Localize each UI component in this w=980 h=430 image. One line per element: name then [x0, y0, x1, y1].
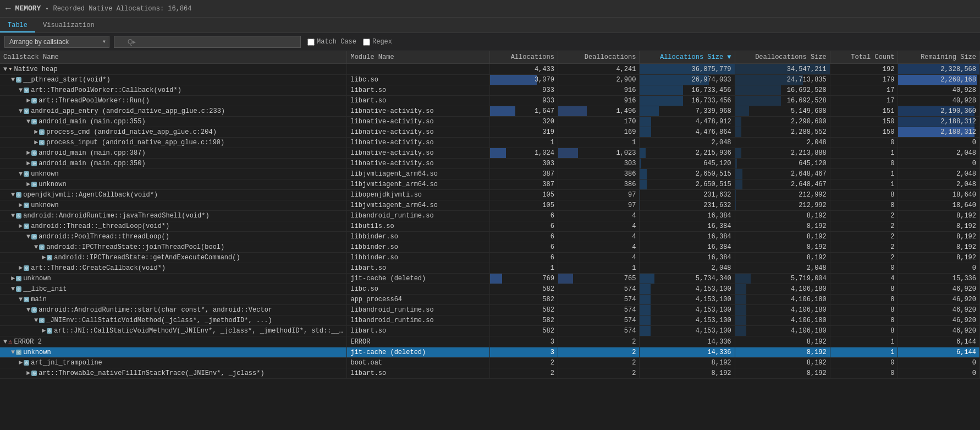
table-row[interactable]: ►◎process_input (android_native_app_glue…: [0, 138, 980, 148]
collapse-toggle[interactable]: ▼: [11, 212, 15, 220]
expand-toggle[interactable]: ►: [26, 369, 30, 377]
table-row[interactable]: ►◎art::JNI::CallStaticVoidMethodV(_JNIEn…: [0, 326, 980, 336]
dealloc-value: 4,241: [558, 64, 639, 75]
collapse-toggle[interactable]: ▼: [3, 66, 7, 73]
expand-toggle[interactable]: ►: [34, 139, 38, 146]
fn-icon: ◎: [16, 276, 21, 281]
collapse-toggle[interactable]: ▼: [11, 285, 15, 293]
module-name: libnative-activity.so: [347, 148, 490, 159]
col-header-deallocsize[interactable]: Deallocations Size: [735, 51, 830, 64]
collapse-toggle[interactable]: ▼: [11, 349, 15, 356]
table-row[interactable]: ▼◎android::AndroidRuntime::javaThreadShe…: [0, 211, 980, 221]
expand-toggle[interactable]: ►: [19, 202, 23, 209]
callstack-name: __pthread_start(void*): [23, 76, 110, 84]
table-row[interactable]: ►◎unknownjit-cache (deleted)7697655,734,…: [0, 274, 980, 284]
table-row[interactable]: ►◎android::IPCThreadState::getAndExecute…: [0, 253, 980, 263]
tab-table[interactable]: Table: [0, 18, 35, 32]
table-row[interactable]: ▼◎_JNIEnv::CallStaticVoidMethod(_jclass*…: [0, 315, 980, 326]
collapse-toggle[interactable]: ▼: [11, 191, 15, 199]
search-input[interactable]: [114, 36, 301, 48]
table-row[interactable]: ▼◎unknownlibjvmtiagent_arm64.so3873862,6…: [0, 169, 980, 179]
collapse-toggle[interactable]: ▼: [34, 243, 38, 251]
col-header-totalcount[interactable]: Total Count: [830, 51, 898, 64]
remaining-value: 2,328,568: [898, 64, 980, 75]
collapse-toggle[interactable]: ▼: [19, 107, 23, 115]
alloc-value: 320: [490, 117, 558, 127]
collapse-toggle[interactable]: ▼: [3, 338, 7, 346]
table-row[interactable]: ▼◎openjdkjvmti::AgentCallback(void*)libo…: [0, 190, 980, 200]
expand-toggle[interactable]: ►: [26, 149, 30, 157]
totalcount-value: 150: [830, 127, 898, 138]
expand-toggle[interactable]: ►: [42, 327, 46, 335]
collapse-toggle[interactable]: ▼: [34, 317, 38, 324]
alloc-value: 933: [490, 96, 558, 106]
table-row[interactable]: ►◎art::Thread::CreateCallback(void*)liba…: [0, 263, 980, 274]
table-row[interactable]: ▼◎android::AndroidRuntime::start(char co…: [0, 305, 980, 315]
col-header-callstack[interactable]: Callstack Name: [0, 51, 347, 64]
expand-toggle[interactable]: ►: [42, 254, 46, 262]
expand-toggle[interactable]: ►: [11, 275, 15, 282]
callstack-name: art::Throwable_nativeFillInStackTrace(_J…: [38, 369, 264, 377]
table-row[interactable]: ▼◎art::ThreadPoolWorker::Callback(void*)…: [0, 85, 980, 96]
collapse-toggle[interactable]: ▼: [26, 233, 30, 241]
table-row[interactable]: ►◎art_jni_trampolineboot.oat228,1928,192…: [0, 358, 980, 368]
collapse-toggle[interactable]: ▼: [19, 296, 23, 303]
table-row[interactable]: ▼◎android_app_entry (android_native_app_…: [0, 106, 980, 117]
expand-toggle[interactable]: ►: [26, 181, 30, 188]
col-header-allocations[interactable]: Allocations: [490, 51, 558, 64]
col-header-allocsize[interactable]: Allocations Size ▼: [640, 51, 735, 64]
remaining-value: 8,192: [898, 211, 980, 221]
expand-toggle[interactable]: ►: [26, 97, 30, 105]
collapse-toggle[interactable]: ▼: [26, 306, 30, 314]
expand-toggle[interactable]: ►: [19, 359, 23, 367]
tab-visualization[interactable]: Visualization: [35, 18, 102, 32]
app-dropdown-arrow[interactable]: ▾: [45, 6, 48, 12]
alloc-value: 769: [490, 274, 558, 284]
col-header-module[interactable]: Module Name: [347, 51, 490, 64]
match-case-checkbox[interactable]: Match Case: [307, 38, 356, 46]
expand-toggle[interactable]: ►: [34, 128, 38, 136]
collapse-toggle[interactable]: ▼: [26, 118, 30, 126]
table-row[interactable]: ▼◎android::IPCThreadState::joinThreadPoo…: [0, 242, 980, 253]
expand-toggle[interactable]: ►: [26, 160, 30, 167]
table-row[interactable]: ►◎unknownlibjvmtiagent_arm64.so10597231,…: [0, 200, 980, 211]
table-row[interactable]: ▼◎__libc_initlibc.so5825744,153,1004,106…: [0, 284, 980, 295]
col-header-deallocations[interactable]: Deallocations: [558, 51, 639, 64]
table-row[interactable]: ►◎android::Thread::_threadLoop(void*)lib…: [0, 221, 980, 232]
module-name: boot.oat: [347, 358, 490, 368]
table-row[interactable]: ►◎art::ThreadPoolWorker::Run()libart.so9…: [0, 96, 980, 106]
deallocsize-value: 212,992: [735, 200, 830, 211]
table-row[interactable]: ▼◎android::PoolThread::threadLoop()libbi…: [0, 232, 980, 242]
alloc-value: 1: [490, 138, 558, 148]
table-row[interactable]: ▼◎android_main (main.cpp:355)libnative-a…: [0, 117, 980, 127]
table-row[interactable]: ▼◎__pthread_start(void*)libc.so3,0792,90…: [0, 75, 980, 85]
alloc-value: 2: [490, 358, 558, 368]
module-name: libart.so: [347, 368, 490, 379]
totalcount-value: 8: [830, 326, 898, 336]
table-row[interactable]: ▼⚠ERROR 2ERROR3214,3368,19216,144: [0, 336, 980, 347]
table-row[interactable]: ►◎process_cmd (android_native_app_glue.c…: [0, 127, 980, 138]
arrange-dropdown[interactable]: Arrange by callstack Arrange by allocati…: [4, 36, 109, 48]
collapse-toggle[interactable]: ▼: [19, 170, 23, 178]
table-row[interactable]: ►◎android_main (main.cpp:350)libnative-a…: [0, 159, 980, 169]
table-row[interactable]: ►◎unknownlibjvmtiagent_arm64.so3873862,6…: [0, 179, 980, 190]
deallocsize-value: 8,192: [735, 211, 830, 221]
expand-toggle[interactable]: ►: [19, 222, 23, 230]
remaining-value: 2,190,360: [898, 106, 980, 117]
table-row[interactable]: ▼◎mainapp_process645825744,153,1004,106,…: [0, 295, 980, 305]
totalcount-value: 0: [830, 159, 898, 169]
table-row[interactable]: ▼◎unknownjit-cache (deleted)3214,3368,19…: [0, 347, 980, 358]
table-row[interactable]: ▼▾Native heap4,4334,24136,875,77934,547,…: [0, 64, 980, 75]
table-row[interactable]: ►◎art::Throwable_nativeFillInStackTrace(…: [0, 368, 980, 379]
col-header-remaining[interactable]: Remaining Size: [898, 51, 980, 64]
back-button[interactable]: ←: [5, 4, 11, 14]
alloc-value: 3,079: [490, 75, 558, 85]
alloc-value: 387: [490, 179, 558, 190]
callstack-name: process_cmd (android_native_app_glue.c:2…: [46, 128, 217, 136]
collapse-toggle[interactable]: ▼: [11, 76, 15, 84]
expand-toggle[interactable]: ►: [19, 264, 23, 272]
remaining-value: 8,192: [898, 232, 980, 242]
table-row[interactable]: ►◎android_main (main.cpp:387)libnative-a…: [0, 148, 980, 159]
collapse-toggle[interactable]: ▼: [19, 86, 23, 94]
regex-checkbox[interactable]: Regex: [363, 38, 392, 46]
